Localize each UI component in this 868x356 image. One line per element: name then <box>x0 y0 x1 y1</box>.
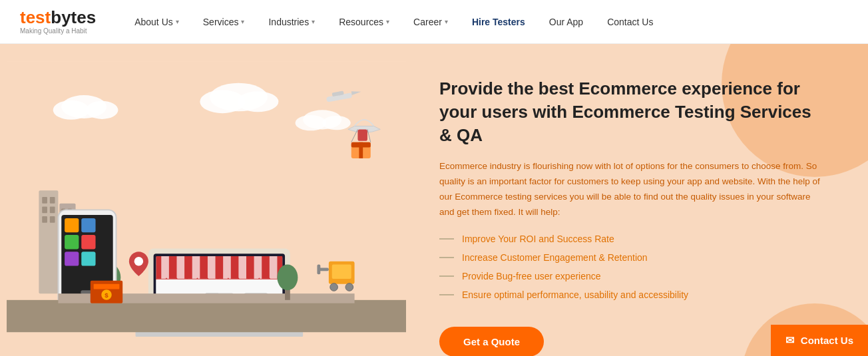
chevron-down-icon: ▾ <box>312 18 315 25</box>
bullet-item-3: Provide Bug-free user experience <box>439 271 828 281</box>
nav-link-about[interactable]: About Us ▾ <box>122 0 191 44</box>
svg-rect-31 <box>65 218 79 232</box>
nav-item-ourapp: Our App <box>537 0 595 44</box>
nav-links: About Us ▾ Services ▾ Industries ▾ Resou… <box>122 0 848 44</box>
illustration-area: OPEN BUY 🛒 <box>0 44 413 356</box>
svg-rect-19 <box>50 216 55 223</box>
svg-rect-16 <box>42 207 47 214</box>
nav-item-resources: Resources ▾ <box>327 0 401 44</box>
svg-rect-13 <box>39 190 58 293</box>
svg-rect-46 <box>223 256 231 279</box>
svg-rect-43 <box>176 256 184 279</box>
svg-text:$: $ <box>105 291 108 299</box>
bullet-item-2: Increase Customer Engagement & Retention <box>439 252 828 263</box>
svg-rect-41 <box>156 256 283 279</box>
nav-item-career: Career ▾ <box>401 0 460 44</box>
svg-point-9 <box>322 116 351 130</box>
bullet-item-1: Improve Your ROI and Success Rate <box>439 234 828 244</box>
svg-rect-48 <box>254 256 262 279</box>
bullet-text-3: Provide Bug-free user experience <box>462 271 601 281</box>
nav-link-ourapp[interactable]: Our App <box>537 0 595 44</box>
envelope-icon: ✉ <box>785 334 794 347</box>
nav-item-services: Services ▾ <box>191 0 257 44</box>
svg-rect-33 <box>65 235 79 249</box>
contact-sticky-button[interactable]: ✉ Contact Us <box>771 325 868 356</box>
nav-link-career[interactable]: Career ▾ <box>401 0 460 44</box>
nav-item-hire: Hire Testers <box>460 0 537 44</box>
svg-rect-35 <box>65 252 79 266</box>
get-quote-button[interactable]: Get a Quote <box>439 327 544 356</box>
nav-item-industries: Industries ▾ <box>256 0 327 44</box>
svg-rect-71 <box>317 265 320 275</box>
bullet-text-2: Increase Customer Engagement & Retention <box>462 252 648 263</box>
svg-point-76 <box>277 265 298 291</box>
svg-rect-73 <box>7 300 406 332</box>
chevron-down-icon: ▾ <box>386 18 389 25</box>
nav-link-contact[interactable]: Contact Us <box>595 0 665 44</box>
contact-sticky-label: Contact Us <box>801 335 853 346</box>
svg-rect-70 <box>319 267 329 271</box>
bullet-item-4: Ensure optimal performance, usability an… <box>439 289 828 300</box>
nav-link-resources[interactable]: Resources ▾ <box>327 0 401 44</box>
logo-text: testbytes <box>20 9 96 26</box>
svg-rect-15 <box>50 197 55 204</box>
svg-rect-32 <box>81 218 95 232</box>
svg-rect-17 <box>50 207 55 214</box>
svg-rect-47 <box>238 256 246 279</box>
svg-rect-18 <box>42 216 47 223</box>
svg-rect-42 <box>161 256 169 279</box>
svg-rect-65 <box>359 142 363 158</box>
nav-link-hire[interactable]: Hire Testers <box>460 0 537 44</box>
svg-rect-78 <box>94 284 120 289</box>
hero-illustration: OPEN BUY 🛒 <box>0 44 413 356</box>
nav-link-industries[interactable]: Industries ▾ <box>256 0 327 44</box>
hero-content: Provide the best Ecommerce experience fo… <box>413 44 868 356</box>
bullet-dash-1 <box>439 238 454 240</box>
bullet-dash-3 <box>439 275 454 277</box>
hero-description: Ecommerce industry is flourishing now wi… <box>439 159 825 220</box>
svg-point-2 <box>53 100 89 120</box>
navbar: testbytes Making Quality a Habit About U… <box>0 0 868 44</box>
svg-rect-67 <box>332 265 351 279</box>
svg-point-6 <box>237 91 278 112</box>
svg-rect-36 <box>81 252 95 266</box>
hero-bullets: Improve Your ROI and Success Rate Increa… <box>439 234 828 308</box>
svg-point-3 <box>86 101 118 119</box>
svg-point-68 <box>330 283 338 291</box>
nav-link-services[interactable]: Services ▾ <box>191 0 257 44</box>
logo-bytes: bytes <box>51 7 96 27</box>
svg-point-8 <box>296 115 326 130</box>
hero-svg: OPEN BUY 🛒 <box>7 57 406 337</box>
bullet-dash-2 <box>439 257 454 258</box>
logo[interactable]: testbytes Making Quality a Habit <box>20 9 96 35</box>
svg-point-72 <box>134 257 144 266</box>
svg-rect-60 <box>357 129 367 140</box>
svg-rect-34 <box>81 235 95 249</box>
bullet-dash-4 <box>439 294 454 295</box>
bullet-text-4: Ensure optimal performance, usability an… <box>462 289 688 300</box>
svg-rect-44 <box>192 256 200 279</box>
chevron-down-icon: ▾ <box>241 18 244 25</box>
svg-rect-49 <box>270 256 278 279</box>
svg-rect-14 <box>42 197 47 204</box>
nav-item-about: About Us ▾ <box>122 0 191 44</box>
hero-title: Provide the best Ecommerce experience fo… <box>439 77 825 147</box>
bullet-text-1: Improve Your ROI and Success Rate <box>462 234 614 244</box>
chevron-down-icon: ▾ <box>445 18 448 25</box>
svg-rect-45 <box>208 256 216 279</box>
nav-item-contact: Contact Us <box>595 0 665 44</box>
svg-point-69 <box>345 283 353 291</box>
logo-tagline: Making Quality a Habit <box>20 27 96 35</box>
hero-section: OPEN BUY 🛒 <box>0 44 868 356</box>
logo-test: test <box>20 7 51 27</box>
chevron-down-icon: ▾ <box>176 18 179 25</box>
